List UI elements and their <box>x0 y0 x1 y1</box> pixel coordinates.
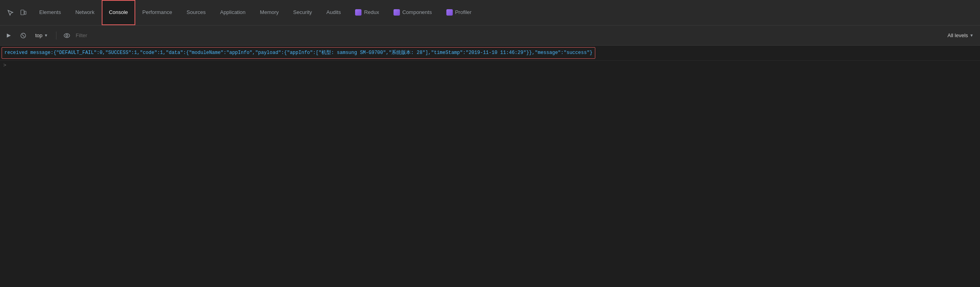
console-message-row: received message:{"DEFAULT_FAIL":0,"SUCC… <box>0 46 980 61</box>
tab-console[interactable]: Console <box>102 0 135 25</box>
console-output[interactable]: received message:{"DEFAULT_FAIL":0,"SUCC… <box>0 46 980 287</box>
svg-marker-2 <box>7 34 11 38</box>
tab-memory[interactable]: Memory <box>253 0 286 25</box>
level-selector[interactable]: All levels ▼ <box>944 31 977 40</box>
tab-redux[interactable]: Redux <box>348 0 386 25</box>
svg-rect-0 <box>21 10 24 15</box>
level-chevron-icon: ▼ <box>970 33 974 38</box>
filter-input[interactable] <box>76 32 236 38</box>
console-input-row: > <box>0 61 980 70</box>
chevron-down-icon: ▼ <box>44 33 48 38</box>
clear-console-button[interactable] <box>18 30 29 41</box>
console-message-text: received message:{"DEFAULT_FAIL":0,"SUCC… <box>2 47 595 59</box>
inspect-element-button[interactable] <box>5 7 16 18</box>
tab-profiler[interactable]: Profiler <box>439 0 479 25</box>
tab-audits[interactable]: Audits <box>319 0 348 25</box>
tab-network[interactable]: Network <box>68 0 102 25</box>
components-icon <box>394 9 400 16</box>
devtools-window: Elements Network Console Performance Sou… <box>0 0 980 287</box>
tabs-list: Elements Network Console Performance Sou… <box>32 0 479 25</box>
svg-rect-1 <box>24 11 26 14</box>
filter-toggle-button[interactable] <box>61 30 72 41</box>
tab-components[interactable]: Components <box>386 0 439 25</box>
redux-icon <box>355 9 361 16</box>
device-toolbar-button[interactable] <box>18 7 29 18</box>
svg-point-5 <box>64 34 70 38</box>
profiler-icon <box>446 9 453 16</box>
tab-elements[interactable]: Elements <box>32 0 68 25</box>
svg-line-4 <box>22 34 24 37</box>
toolbar-bar: top ▼ All levels ▼ <box>0 26 980 46</box>
tab-application[interactable]: Application <box>213 0 253 25</box>
svg-point-6 <box>66 34 68 36</box>
console-prompt-symbol: > <box>3 62 6 68</box>
filter-input-wrapper <box>76 32 236 38</box>
execute-script-button[interactable] <box>3 30 14 41</box>
tab-performance[interactable]: Performance <box>135 0 179 25</box>
toolbar-separator-1 <box>56 32 56 40</box>
context-selector[interactable]: top ▼ <box>32 31 51 40</box>
console-input-field[interactable] <box>9 63 977 68</box>
tab-bar: Elements Network Console Performance Sou… <box>0 0 980 26</box>
tab-icons-group <box>2 7 32 18</box>
tab-security[interactable]: Security <box>286 0 319 25</box>
tab-sources[interactable]: Sources <box>179 0 213 25</box>
